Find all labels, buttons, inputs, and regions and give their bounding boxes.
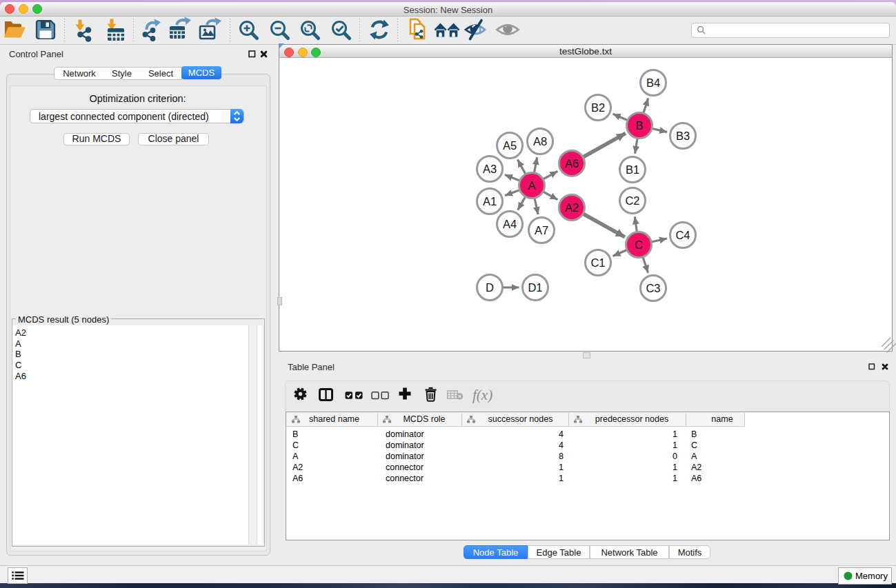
svg-text:A5: A5 [503, 139, 517, 152]
svg-text:B3: B3 [676, 130, 690, 142]
svg-text:A3: A3 [483, 163, 497, 175]
svg-text:A: A [528, 179, 535, 192]
svg-text:B4: B4 [646, 77, 660, 89]
svg-text:B2: B2 [591, 101, 605, 114]
svg-text:A6: A6 [565, 157, 579, 170]
svg-text:A8: A8 [533, 135, 547, 148]
svg-text:C4: C4 [675, 229, 690, 241]
svg-text:C2: C2 [625, 194, 639, 207]
svg-text:B: B [635, 119, 643, 132]
svg-text:A2: A2 [565, 201, 579, 214]
svg-text:C3: C3 [646, 282, 660, 294]
svg-text:B1: B1 [626, 163, 639, 176]
svg-text:D: D [486, 281, 494, 294]
svg-text:D1: D1 [528, 281, 542, 294]
svg-text:A1: A1 [483, 195, 497, 207]
svg-text:C1: C1 [590, 256, 605, 269]
svg-text:A7: A7 [535, 224, 548, 236]
svg-text:A4: A4 [503, 218, 517, 230]
svg-text:C: C [635, 239, 643, 251]
